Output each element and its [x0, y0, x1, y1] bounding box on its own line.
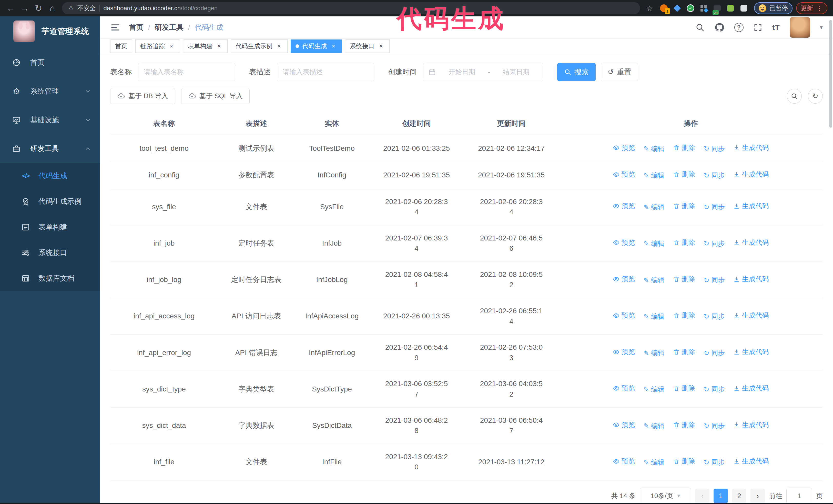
url-text[interactable]: dashboard.yudao.iocoder.cn/tool/codegen — [103, 5, 218, 12]
breadcrumb-home[interactable]: 首页 — [129, 23, 144, 32]
goto-page-input[interactable] — [786, 487, 812, 504]
delete-link[interactable]: 删除 — [673, 347, 695, 357]
delete-link[interactable]: 删除 — [673, 201, 695, 211]
edit-link[interactable]: ✎编辑 — [643, 171, 664, 181]
generate-code-link[interactable]: 生成代码 — [733, 238, 769, 248]
sidebar-item-system-api[interactable]: 系统接口 — [0, 240, 100, 266]
extension-diamond-icon[interactable] — [673, 4, 681, 12]
delete-link[interactable]: 删除 — [673, 420, 695, 430]
close-icon[interactable]: × — [378, 43, 385, 50]
start-date-placeholder[interactable]: 开始日期 — [440, 67, 484, 76]
address-bar[interactable]: ⚠ 不安全 dashboard.yudao.iocoder.cn/tool/co… — [62, 2, 640, 14]
help-icon[interactable]: ? — [734, 23, 743, 32]
table-desc-input[interactable] — [277, 63, 374, 81]
forward-icon[interactable]: → — [19, 2, 31, 14]
sidebar-item-form-builder[interactable]: 表单构建 — [0, 214, 100, 240]
preview-link[interactable]: 预览 — [613, 170, 635, 179]
sidebar-toggle-icon[interactable] — [110, 22, 120, 32]
edit-link[interactable]: ✎编辑 — [643, 312, 664, 321]
extension-check-icon[interactable]: ✓ — [686, 4, 695, 12]
caret-down-icon[interactable]: ▾ — [820, 24, 823, 31]
close-icon[interactable]: × — [276, 43, 283, 50]
generate-code-link[interactable]: 生成代码 — [733, 170, 769, 179]
tab-home[interactable]: 首页 — [110, 40, 132, 53]
kebab-menu-icon[interactable]: ⋮ — [816, 4, 823, 12]
sync-link[interactable]: ↻同步 — [704, 421, 725, 431]
delete-link[interactable]: 删除 — [673, 311, 695, 320]
preview-link[interactable]: 预览 — [613, 457, 635, 466]
edit-link[interactable]: ✎编辑 — [643, 202, 664, 212]
close-icon[interactable]: × — [330, 43, 337, 50]
sync-link[interactable]: ↻同步 — [704, 144, 725, 154]
tab-form-builder[interactable]: 表单构建× — [183, 40, 228, 53]
avatar[interactable] — [790, 17, 810, 38]
bookmark-star-icon[interactable]: ☆ — [646, 4, 653, 13]
delete-link[interactable]: 删除 — [673, 238, 695, 248]
preview-link[interactable]: 预览 — [613, 347, 635, 357]
generate-code-link[interactable]: 生成代码 — [733, 384, 769, 393]
github-icon[interactable] — [714, 22, 724, 32]
page-button-2[interactable]: 2 — [732, 488, 746, 503]
sync-link[interactable]: ↻同步 — [704, 385, 725, 394]
preview-link[interactable]: 预览 — [613, 420, 635, 430]
generate-code-link[interactable]: 生成代码 — [733, 274, 769, 284]
tab-system-api[interactable]: 系统接口× — [345, 40, 389, 53]
sidebar-item-codegen[interactable]: </> 代码生成 — [0, 163, 100, 189]
preview-link[interactable]: 预览 — [613, 201, 635, 211]
tab-codegen-example[interactable]: 代码生成示例× — [231, 40, 288, 53]
fullscreen-icon[interactable] — [753, 23, 763, 32]
sync-link[interactable]: ↻同步 — [704, 458, 725, 467]
generate-code-link[interactable]: 生成代码 — [733, 143, 769, 153]
sync-link[interactable]: ↻同步 — [704, 202, 725, 212]
tab-codegen[interactable]: 代码生成× — [291, 40, 342, 53]
table-name-input[interactable] — [138, 63, 235, 81]
sidebar-item-system[interactable]: ⚙ 系统管理 — [0, 77, 100, 105]
sidebar-item-devtools[interactable]: 研发工具 — [0, 134, 100, 163]
toggle-search-button[interactable] — [787, 89, 802, 103]
prev-page-button[interactable]: ‹ — [695, 488, 710, 503]
page-button-1[interactable]: 1 — [714, 488, 728, 503]
generate-code-link[interactable]: 生成代码 — [733, 347, 769, 357]
sidebar-item-home[interactable]: 首页 — [0, 48, 100, 77]
date-range-picker[interactable]: 开始日期 - 结束日期 — [423, 63, 543, 81]
sync-link[interactable]: ↻同步 — [704, 348, 725, 358]
edit-link[interactable]: ✎编辑 — [643, 385, 664, 394]
reload-icon[interactable]: ↻ — [32, 2, 45, 14]
sidebar-item-db-doc[interactable]: 数据库文档 — [0, 266, 100, 291]
delete-link[interactable]: 删除 — [673, 274, 695, 284]
preview-link[interactable]: 预览 — [613, 384, 635, 393]
preview-link[interactable]: 预览 — [613, 274, 635, 284]
generate-code-link[interactable]: 生成代码 — [733, 420, 769, 430]
tab-trace[interactable]: 链路追踪× — [135, 40, 180, 53]
update-button[interactable]: 更新 ⋮ — [796, 2, 827, 14]
import-db-button[interactable]: 基于 DB 导入 — [110, 88, 175, 104]
delete-link[interactable]: 删除 — [673, 457, 695, 466]
reset-button[interactable]: ↺ 重置 — [601, 63, 638, 81]
edit-link[interactable]: ✎编辑 — [643, 144, 664, 154]
font-size-icon[interactable]: tT — [772, 23, 780, 32]
paused-badge[interactable]: 已暂停 — [754, 2, 792, 14]
import-sql-button[interactable]: 基于 SQL 导入 — [181, 88, 250, 104]
extensions-puzzle-icon[interactable] — [740, 4, 748, 12]
extension-orange-icon[interactable]: 1 — [660, 4, 668, 12]
delete-link[interactable]: 删除 — [673, 143, 695, 153]
edit-link[interactable]: ✎编辑 — [643, 239, 664, 249]
next-page-button[interactable]: › — [751, 488, 765, 503]
delete-link[interactable]: 删除 — [673, 170, 695, 179]
breadcrumb-devtools[interactable]: 研发工具 — [155, 23, 184, 32]
delete-link[interactable]: 删除 — [673, 384, 695, 393]
close-icon[interactable]: × — [216, 43, 223, 50]
page-size-select[interactable]: 10条/页 ▾ — [640, 487, 691, 504]
search-button[interactable]: 搜索 — [557, 63, 596, 81]
edit-link[interactable]: ✎编辑 — [643, 458, 664, 467]
security-label[interactable]: 不安全 — [77, 4, 96, 12]
sidebar-item-infra[interactable]: 基础设施 — [0, 105, 100, 134]
extension-on-icon[interactable]: on — [713, 4, 721, 12]
close-icon[interactable]: × — [168, 43, 175, 50]
edit-link[interactable]: ✎编辑 — [643, 421, 664, 431]
extension-grid-icon[interactable] — [700, 4, 708, 12]
home-icon[interactable]: ⌂ — [46, 2, 58, 14]
preview-link[interactable]: 预览 — [613, 311, 635, 320]
back-icon[interactable]: ← — [5, 2, 17, 14]
refresh-button[interactable]: ↻ — [808, 89, 823, 103]
